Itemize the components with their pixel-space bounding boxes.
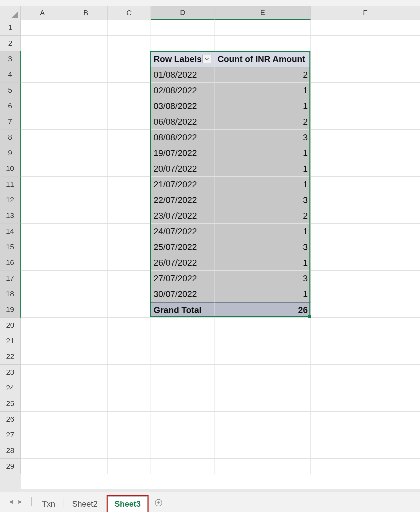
cell-A17[interactable] (21, 271, 64, 286)
cell-A11[interactable] (21, 177, 64, 192)
cell-E24[interactable] (215, 380, 311, 396)
cell-C4[interactable] (108, 67, 151, 83)
cell-B25[interactable] (64, 396, 108, 412)
cell-F20[interactable] (311, 318, 420, 333)
cell-B27[interactable] (64, 427, 108, 443)
cell-E7[interactable]: 2 (215, 114, 311, 130)
cell-grid[interactable]: Row LabelsCount of INR Amount01/08/20222… (21, 20, 420, 489)
cell-B2[interactable] (64, 36, 108, 51)
tab-nav-arrows[interactable]: ◄ ► (0, 495, 29, 507)
column-header-E[interactable]: E (215, 6, 311, 20)
pivot-filter-dropdown[interactable] (203, 55, 211, 63)
cell-C23[interactable] (108, 365, 151, 380)
cell-A28[interactable] (21, 443, 64, 459)
cell-C25[interactable] (108, 396, 151, 412)
cell-B6[interactable] (64, 98, 108, 114)
cell-F1[interactable] (311, 20, 420, 36)
cell-D3[interactable]: Row Labels (151, 51, 215, 67)
cell-A24[interactable] (21, 380, 64, 396)
cell-D14[interactable]: 24/07/2022 (151, 224, 215, 239)
cell-C3[interactable] (108, 51, 151, 67)
cell-C27[interactable] (108, 427, 151, 443)
cell-E6[interactable]: 1 (215, 98, 311, 114)
cell-B12[interactable] (64, 192, 108, 208)
cell-B18[interactable] (64, 286, 108, 302)
cell-D18[interactable]: 30/07/2022 (151, 286, 215, 302)
cell-C2[interactable] (108, 36, 151, 51)
cell-D12[interactable]: 22/07/2022 (151, 192, 215, 208)
cell-C20[interactable] (108, 318, 151, 333)
row-header-4[interactable]: 4 (0, 67, 21, 83)
cell-A26[interactable] (21, 412, 64, 427)
cell-D11[interactable]: 21/07/2022 (151, 177, 215, 192)
cell-C1[interactable] (108, 20, 151, 36)
cell-D19[interactable]: Grand Total (151, 302, 215, 318)
row-header-6[interactable]: 6 (0, 98, 21, 114)
cell-B4[interactable] (64, 67, 108, 83)
row-header-22[interactable]: 22 (0, 349, 21, 365)
cell-A29[interactable] (21, 459, 64, 474)
cell-C19[interactable] (108, 302, 151, 318)
cell-E26[interactable] (215, 412, 311, 427)
cell-C11[interactable] (108, 177, 151, 192)
cell-C24[interactable] (108, 380, 151, 396)
cell-A12[interactable] (21, 192, 64, 208)
row-header-2[interactable]: 2 (0, 36, 21, 51)
cell-D10[interactable]: 20/07/2022 (151, 161, 215, 177)
row-header-25[interactable]: 25 (0, 396, 21, 412)
cell-A14[interactable] (21, 224, 64, 239)
row-header-5[interactable]: 5 (0, 83, 21, 98)
cell-A15[interactable] (21, 239, 64, 255)
cell-E4[interactable]: 2 (215, 67, 311, 83)
cell-D6[interactable]: 03/08/2022 (151, 98, 215, 114)
cell-F2[interactable] (311, 36, 420, 51)
cell-B5[interactable] (64, 83, 108, 98)
cell-C12[interactable] (108, 192, 151, 208)
cell-E28[interactable] (215, 443, 311, 459)
cell-B1[interactable] (64, 20, 108, 36)
cell-A3[interactable] (21, 51, 64, 67)
cell-E8[interactable]: 3 (215, 130, 311, 145)
sheet-tab-sheet3[interactable]: Sheet3 (108, 496, 148, 512)
cell-D1[interactable] (151, 20, 215, 36)
cell-C18[interactable] (108, 286, 151, 302)
row-header-19[interactable]: 19 (0, 302, 21, 318)
cell-A5[interactable] (21, 83, 64, 98)
row-header-8[interactable]: 8 (0, 130, 21, 145)
cell-B26[interactable] (64, 412, 108, 427)
row-header-16[interactable]: 16 (0, 255, 21, 271)
select-all-triangle[interactable] (0, 6, 21, 20)
cell-E9[interactable]: 1 (215, 145, 311, 161)
cell-F29[interactable] (311, 459, 420, 474)
cell-F7[interactable] (311, 114, 420, 130)
cell-D23[interactable] (151, 365, 215, 380)
cell-B16[interactable] (64, 255, 108, 271)
cell-D27[interactable] (151, 427, 215, 443)
cell-D20[interactable] (151, 318, 215, 333)
cell-C15[interactable] (108, 239, 151, 255)
cell-B23[interactable] (64, 365, 108, 380)
cell-E10[interactable]: 1 (215, 161, 311, 177)
cell-A8[interactable] (21, 130, 64, 145)
cell-A9[interactable] (21, 145, 64, 161)
cell-B11[interactable] (64, 177, 108, 192)
cell-F6[interactable] (311, 98, 420, 114)
cell-E23[interactable] (215, 365, 311, 380)
row-header-9[interactable]: 9 (0, 145, 21, 161)
cell-D13[interactable]: 23/07/2022 (151, 208, 215, 224)
cell-B3[interactable] (64, 51, 108, 67)
cell-E27[interactable] (215, 427, 311, 443)
cell-F12[interactable] (311, 192, 420, 208)
cell-F22[interactable] (311, 349, 420, 365)
cell-F27[interactable] (311, 427, 420, 443)
cell-B17[interactable] (64, 271, 108, 286)
cell-E15[interactable]: 3 (215, 239, 311, 255)
cell-C8[interactable] (108, 130, 151, 145)
cell-C21[interactable] (108, 333, 151, 349)
row-header-1[interactable]: 1 (0, 20, 21, 36)
cell-B21[interactable] (64, 333, 108, 349)
cell-A16[interactable] (21, 255, 64, 271)
cell-E19[interactable]: 26 (215, 302, 311, 318)
row-header-21[interactable]: 21 (0, 333, 21, 349)
row-header-10[interactable]: 10 (0, 161, 21, 177)
